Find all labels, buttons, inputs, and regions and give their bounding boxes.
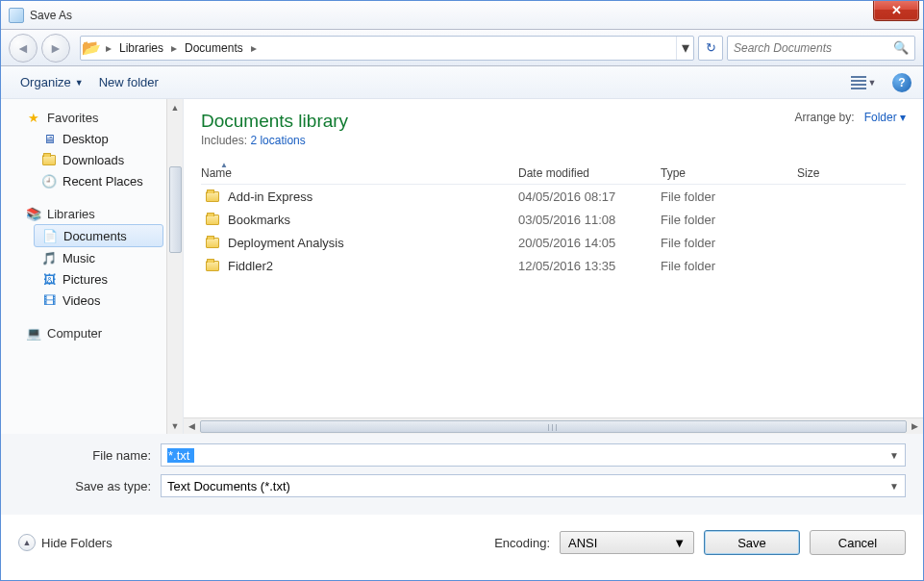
folder-path-icon: 📂 — [81, 38, 102, 57]
col-date[interactable]: Date modified — [518, 166, 661, 180]
folder-icon — [205, 235, 220, 250]
caret-down-icon[interactable]: ▼ — [889, 450, 899, 461]
crumb-libraries[interactable]: Libraries — [115, 41, 167, 55]
saveastype-dropdown[interactable]: Text Documents (*.txt) ▼ — [161, 474, 906, 497]
desktop-icon: 🖥 — [41, 131, 57, 146]
saveastype-label: Save as type: — [18, 479, 161, 493]
table-row[interactable]: Bookmarks 03/05/2016 11:08 File folder — [201, 208, 906, 231]
caret-down-icon: ▼ — [889, 481, 899, 492]
recent-icon: 🕘 — [41, 173, 57, 189]
sidebar-group-computer[interactable]: 💻Computer — [1, 322, 183, 343]
title-bar: Save As ✕ — [1, 1, 923, 30]
folder-icon — [205, 212, 220, 227]
libraries-icon: 📚 — [26, 206, 41, 221]
crumb-documents[interactable]: Documents — [181, 41, 247, 55]
dialog-footer: ▲ Hide Folders Encoding: ANSI ▼ Save Can… — [1, 515, 923, 568]
close-button[interactable]: ✕ — [873, 0, 919, 21]
organize-label: Organize — [20, 75, 71, 89]
view-button[interactable]: ▼ — [844, 72, 883, 93]
scroll-down-icon[interactable]: ▼ — [167, 417, 183, 434]
caret-down-icon: ▼ — [673, 536, 686, 550]
caret-down-icon: ▼ — [868, 78, 877, 88]
sidebar-item-downloads[interactable]: Downloads — [1, 149, 183, 170]
refresh-button[interactable]: ↻ — [698, 36, 723, 61]
chevron-right-icon[interactable]: ▸ — [102, 41, 115, 55]
search-input[interactable] — [734, 41, 893, 55]
chevron-right-icon[interactable]: ▸ — [247, 41, 261, 55]
sidebar-item-music[interactable]: 🎵Music — [1, 247, 183, 268]
scroll-right-icon[interactable]: ▶ — [907, 421, 923, 431]
sidebar-group-libraries[interactable]: 📚Libraries — [1, 203, 183, 224]
new-folder-button[interactable]: New folder — [91, 71, 166, 93]
videos-icon: 🎞 — [41, 292, 57, 308]
arrange-by: Arrange by: Folder ▾ — [795, 111, 906, 124]
arrange-by-dropdown[interactable]: Folder ▾ — [864, 111, 906, 124]
table-row[interactable]: Fiddler2 12/05/2016 13:35 File folder — [201, 254, 906, 277]
main-area: ★Favorites 🖥Desktop Downloads 🕘Recent Pl… — [1, 99, 923, 434]
music-icon: 🎵 — [41, 250, 57, 265]
address-bar[interactable]: 📂 ▸ Libraries ▸ Documents ▸ ▾ — [80, 36, 694, 61]
folder-icon — [205, 258, 220, 273]
sidebar-item-documents[interactable]: 📄Documents — [34, 224, 163, 247]
star-icon: ★ — [26, 110, 41, 125]
computer-icon: 💻 — [26, 325, 41, 341]
collapse-icon: ▲ — [18, 534, 36, 551]
sidebar-item-desktop[interactable]: 🖥Desktop — [1, 128, 183, 149]
horizontal-scrollbar[interactable]: ◀ ||| ▶ — [184, 417, 923, 434]
column-headers[interactable]: ▲Name Date modified Type Size — [201, 161, 906, 185]
help-button[interactable]: ? — [892, 73, 912, 92]
table-row[interactable]: Add-in Express 04/05/2016 08:17 File fol… — [201, 185, 906, 208]
save-button[interactable]: Save — [704, 530, 800, 555]
col-name[interactable]: ▲Name — [201, 166, 518, 180]
sidebar-group-favorites[interactable]: ★Favorites — [1, 107, 183, 128]
breadcrumb[interactable]: ▸ Libraries ▸ Documents ▸ — [102, 41, 261, 55]
scroll-up-icon[interactable]: ▲ — [167, 99, 183, 115]
hide-folders-button[interactable]: ▲ Hide Folders — [18, 534, 112, 551]
scroll-thumb[interactable] — [169, 166, 182, 253]
documents-icon: 📄 — [42, 228, 58, 243]
encoding-label: Encoding: — [494, 536, 550, 550]
save-form: File name: ▼ Save as type: Text Document… — [1, 434, 923, 515]
sidebar-scrollbar[interactable]: ▲ ▼ — [166, 99, 183, 434]
search-box[interactable]: 🔍 — [727, 36, 915, 61]
sidebar-item-pictures[interactable]: 🖼Pictures — [1, 268, 183, 290]
library-title: Documents library — [201, 111, 348, 132]
window-title: Save As — [30, 9, 72, 22]
encoding-dropdown[interactable]: ANSI ▼ — [560, 531, 694, 554]
view-icon — [851, 76, 866, 89]
filename-input[interactable]: ▼ — [161, 443, 906, 467]
back-button[interactable]: ◄ — [9, 34, 37, 63]
file-rows: Add-in Express 04/05/2016 08:17 File fol… — [201, 185, 906, 277]
filename-label: File name: — [18, 448, 161, 463]
organize-button[interactable]: Organize ▼ — [12, 71, 91, 93]
scroll-thumb[interactable]: ||| — [200, 420, 907, 433]
sidebar-item-videos[interactable]: 🎞Videos — [1, 290, 183, 311]
sort-asc-icon: ▲ — [220, 161, 228, 169]
folder-icon — [205, 189, 220, 204]
scroll-left-icon[interactable]: ◀ — [184, 421, 200, 431]
toolbar: Organize ▼ New folder ▼ ? — [1, 66, 923, 99]
folder-icon — [41, 152, 57, 167]
new-folder-label: New folder — [99, 75, 159, 89]
caret-down-icon: ▼ — [75, 78, 84, 88]
col-type[interactable]: Type — [661, 166, 797, 180]
file-list-pane: Documents library Includes: 2 locations … — [184, 99, 923, 434]
locations-link[interactable]: 2 locations — [250, 134, 305, 147]
cancel-button[interactable]: Cancel — [810, 530, 906, 555]
nav-bar: ◄ ► 📂 ▸ Libraries ▸ Documents ▸ ▾ ↻ 🔍 — [1, 30, 923, 66]
app-icon — [9, 8, 24, 23]
pictures-icon: 🖼 — [41, 271, 57, 287]
sidebar: ★Favorites 🖥Desktop Downloads 🕘Recent Pl… — [1, 99, 184, 434]
sidebar-item-recent[interactable]: 🕘Recent Places — [1, 170, 183, 191]
address-dropdown[interactable]: ▾ — [676, 37, 693, 60]
chevron-right-icon[interactable]: ▸ — [167, 41, 181, 55]
library-subtitle: Includes: 2 locations — [201, 134, 348, 147]
filename-field[interactable] — [167, 448, 194, 463]
search-icon: 🔍 — [893, 40, 909, 55]
table-row[interactable]: Deployment Analysis 20/05/2016 14:05 Fil… — [201, 231, 906, 254]
col-size[interactable]: Size — [797, 166, 906, 180]
forward-button[interactable]: ► — [41, 34, 70, 63]
